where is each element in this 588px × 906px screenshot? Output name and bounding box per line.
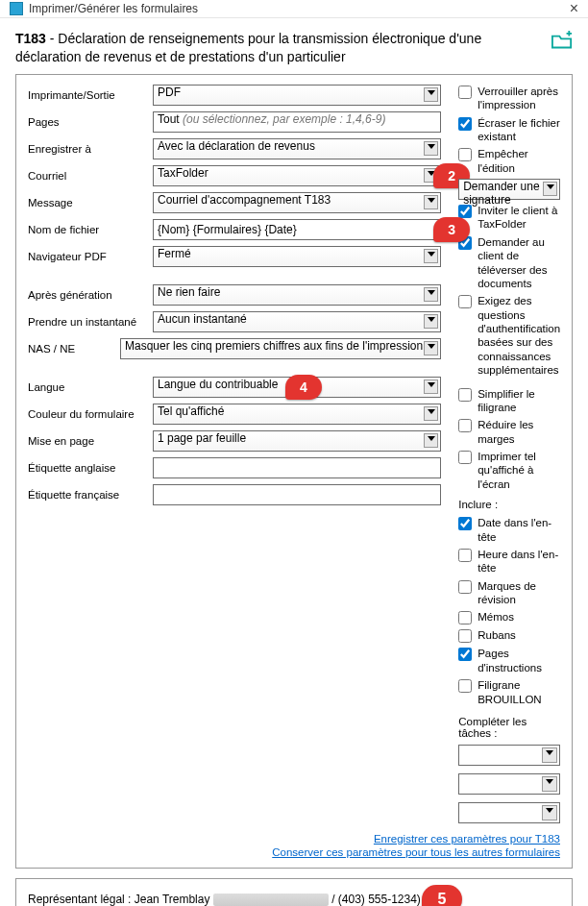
courriel-label: Courriel — [28, 170, 145, 182]
verrouiller-checkbox[interactable]: Verrouiller après l'impression — [458, 85, 560, 112]
imprimante-label: Imprimante/Sortie — [28, 89, 145, 101]
message-label: Message — [28, 197, 145, 208]
exigez-checkbox[interactable]: Exigez des questions d'authentification … — [458, 294, 560, 377]
pages-input[interactable]: Tout (ou sélectionnez, par exemple : 1,4… — [153, 111, 441, 133]
demander-televerser-checkbox[interactable]: Demander au client de téléverser des doc… — [458, 235, 560, 291]
chevron-down-icon — [542, 776, 557, 792]
nom-fichier-label: Nom de fichier — [28, 224, 145, 235]
nom-fichier-input[interactable] — [153, 219, 441, 240]
chevron-down-icon — [424, 406, 438, 421]
open-folder-icon[interactable] — [551, 32, 573, 49]
etiquette-ang-input[interactable] — [153, 457, 441, 478]
pages-label: Pages — [28, 116, 145, 128]
chevron-down-icon — [424, 195, 438, 209]
demander-signature-select[interactable]: Demander une signature — [458, 179, 560, 200]
app-icon — [10, 2, 23, 15]
close-icon[interactable]: × — [570, 0, 578, 17]
nas-select[interactable]: Masquer les cinq premiers chiffres aux f… — [120, 338, 441, 359]
langue-label: Langue — [28, 381, 145, 393]
chevron-down-icon — [542, 805, 557, 820]
rep-label: Représentant légal : — [28, 893, 131, 906]
step-badge-3: 3 — [433, 217, 470, 242]
chevron-down-icon — [424, 433, 438, 448]
filigrane-checkbox[interactable]: Filigrane BROUILLON — [458, 678, 560, 706]
mise-label: Mise en page — [28, 435, 145, 447]
tache-select-2[interactable] — [458, 773, 560, 795]
rep-phone: / (403) 555-1234) — [331, 893, 421, 906]
instantane-label: Prendre un instantané — [28, 316, 145, 328]
redacted-info — [213, 894, 329, 906]
step-badge-5: 5 — [422, 885, 462, 906]
main-options-panel: Imprimante/SortiePDF PagesTout (ou sélec… — [15, 74, 573, 869]
chevron-down-icon — [424, 380, 438, 394]
date-entete-checkbox[interactable]: Date dans l'en-tête — [458, 516, 560, 544]
inclure-heading: Inclure : — [458, 499, 560, 510]
save-params-t183-link[interactable]: Enregistrer ces paramètres pour T183 — [28, 833, 560, 845]
legal-rep-panel: Représentant légal : Jean Tremblay / (40… — [15, 878, 573, 906]
message-select[interactable]: Courriel d'accompagnement T183 — [153, 192, 441, 213]
page-title: T183 - Déclaration de renseignements pou… — [15, 30, 544, 66]
completer-heading: Compléter les tâches : — [458, 716, 560, 739]
rep-name: Jean Tremblay — [135, 893, 210, 906]
reduire-checkbox[interactable]: Réduire les marges — [458, 418, 560, 446]
chevron-down-icon — [424, 141, 438, 156]
save-params-all-link[interactable]: Conserver ces paramètres pour tous les a… — [28, 846, 560, 858]
memos-checkbox[interactable]: Mémos — [458, 610, 560, 624]
ecraser-checkbox[interactable]: Écraser le fichier existant — [458, 116, 560, 144]
title-bar: Imprimer/Générer les formulaires × — [0, 0, 588, 18]
chevron-down-icon — [424, 87, 438, 102]
enregistrer-select[interactable]: Avec la déclaration de revenus — [153, 138, 441, 159]
step-badge-4: 4 — [285, 375, 322, 400]
courriel-select[interactable]: TaxFolder — [153, 165, 441, 186]
window-title: Imprimer/Générer les formulaires — [29, 2, 198, 15]
couleur-label: Couleur du formulaire — [28, 408, 145, 420]
chevron-down-icon — [424, 341, 438, 355]
instantane-select[interactable]: Aucun instantané — [153, 311, 441, 332]
simplifier-checkbox[interactable]: Simplifier le filigrane — [458, 387, 560, 415]
enregistrer-label: Enregistrer à — [28, 143, 145, 155]
chevron-down-icon — [424, 314, 438, 329]
chevron-down-icon — [424, 249, 438, 263]
couleur-select[interactable]: Tel qu'affiché — [153, 404, 441, 425]
chevron-down-icon — [424, 287, 438, 302]
tache-select-3[interactable] — [458, 802, 560, 823]
nas-label: NAS / NE — [28, 343, 112, 355]
mise-select[interactable]: 1 page par feuille — [153, 430, 441, 452]
etiquette-fra-label: Étiquette française — [28, 489, 145, 501]
marques-checkbox[interactable]: Marques de révision — [458, 579, 560, 607]
pages-instructions-checkbox[interactable]: Pages d'instructions — [458, 647, 560, 674]
navigateur-label: Navigateur PDF — [28, 251, 145, 262]
chevron-down-icon — [542, 747, 557, 763]
imprimante-select[interactable]: PDF — [153, 85, 441, 106]
apres-select[interactable]: Ne rien faire — [153, 284, 441, 306]
empecher-checkbox[interactable]: Empêcher l'édition — [458, 147, 560, 175]
heure-entete-checkbox[interactable]: Heure dans l'en-tête — [458, 548, 560, 575]
tache-select-1[interactable] — [458, 745, 560, 766]
navigateur-select[interactable]: Fermé — [153, 246, 441, 267]
apres-label: Après génération — [28, 289, 145, 301]
chevron-down-icon — [543, 182, 557, 196]
etiquette-ang-label: Étiquette anglaise — [28, 462, 145, 474]
inviter-checkbox[interactable]: Inviter le client à TaxFolder — [458, 204, 560, 232]
etiquette-fra-input[interactable] — [153, 484, 441, 505]
imprimer-tel-checkbox[interactable]: Imprimer tel qu'affiché à l'écran — [458, 450, 560, 491]
rubans-checkbox[interactable]: Rubans — [458, 628, 560, 643]
